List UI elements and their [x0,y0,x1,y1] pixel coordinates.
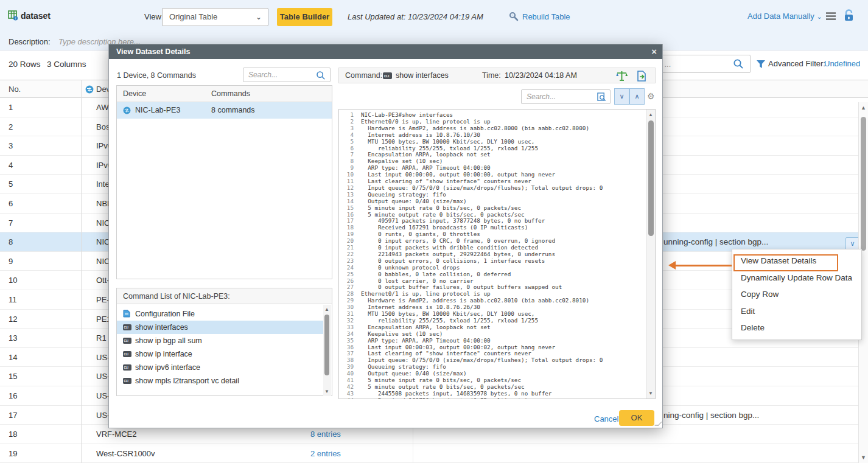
scrollbar-thumb[interactable] [324,315,329,375]
row-number: 2 [9,122,13,131]
annotation-highlight-box [733,254,838,271]
cli-icon: CLI [123,324,131,330]
rebuild-table-link[interactable]: Rebuild Table [522,12,570,21]
time-label: Time: [482,71,501,80]
find-next-button[interactable]: ∨ [614,88,629,105]
row-number: 12 [9,315,17,324]
compare-scales-icon[interactable] [616,71,628,82]
output-search-input[interactable]: Search... [521,89,611,104]
device-name: VRF-MCE2 [96,430,136,439]
terminal-line: 6 reliability 255/255, txload 1/255, rxl… [339,145,655,151]
terminal-line: 41 5 minute input rate 0 bits/sec, 0 pac… [339,377,655,383]
terminal-line: 43 2445508 packets input, 146835978 byte… [339,390,655,397]
time-value: 10/23/2024 04:18 AM [505,71,577,80]
context-menu-item-copy-row[interactable]: Copy Row [732,286,861,302]
command-label: show ip bgp all sum [135,336,202,345]
column-divider [81,80,82,463]
terminal-line: 40 Output queue: 0/40 (size/max) [339,370,655,377]
ok-button[interactable]: OK [619,410,654,426]
command-list-scrollbar[interactable]: ▲ ▼ [323,305,331,396]
scrollbar-up-arrow[interactable]: ▲ [324,307,329,312]
find-previous-button[interactable]: ∧ [629,88,645,105]
scrollbar-up-arrow[interactable]: ▲ [648,112,653,117]
terminal-line: 35 ARP type: ARPA, ARP Timeout 04:00:00 [339,337,655,344]
command-list-item[interactable]: CLIshow ip bgp all sum [117,334,324,347]
modal-device-table: Device Commands NIC-Lab-PE3 8 commands [116,85,332,279]
command-list-title: Command List of NIC-Lab-PE3: [117,288,332,304]
config-file-icon [123,310,130,318]
find-in-page-icon [597,92,606,102]
table-builder-button[interactable]: Table Builder [277,8,332,26]
row-number: 9 [9,257,13,266]
page-title: dataset [21,11,51,21]
row-number: 11 [9,295,17,304]
command-list-item[interactable]: Configuration File [117,307,324,321]
cli-icon: CLI [123,364,131,371]
terminal-line: 13 Queueing strategy: fifo [339,191,655,198]
scrollbar-up-arrow[interactable]: ▲ [861,105,866,111]
terminal-line: 22 2214943 packets output, 292922464 byt… [339,251,655,257]
terminal-line: 18 Received 167291 broadcasts (0 IP mult… [339,224,655,231]
terminal-line: 14 Output queue: 0/40 (size/max) [339,198,655,204]
terminal-line: 36 Last input 00:00:03, output 00:00:02,… [339,344,655,350]
svg-text:i: i [15,16,16,20]
row-number: 19 [9,449,17,458]
scrollbar-down-arrow[interactable]: ▼ [648,391,653,396]
command-list-item[interactable]: CLIshow interfaces [117,321,324,334]
close-icon[interactable]: × [651,46,657,57]
terminal-line: 44 Received 169758 broadcasts (0 IP mult… [339,397,655,399]
scrollbar-thumb[interactable] [861,117,866,251]
command-list-item[interactable]: CLIshow ipv6 interface [117,361,324,374]
row-actions-dropdown-button[interactable]: ∨ [845,237,859,250]
terminal-line: 27 0 output buffer failures, 0 output bu… [339,284,655,290]
entries-link[interactable]: 2 entries [310,449,341,458]
description-label: Description: [9,37,51,46]
resize-handle[interactable] [654,422,662,425]
context-menu-item-edit[interactable]: Edit [732,303,861,319]
terminal-line: 32 reliability 255/255, txload 1/255, rx… [339,317,655,324]
hamburger-menu-icon[interactable] [825,12,836,21]
command-label: Configuration File [135,310,195,318]
annotation-arrow [674,265,732,266]
export-file-icon[interactable] [637,71,646,82]
terminal-scrollbar[interactable]: ▲ ▼ [646,110,655,399]
cancel-button[interactable]: Cancel [594,414,618,423]
device-icon [85,85,94,94]
cli-icon: CLI [123,351,131,357]
view-select[interactable]: Original Table ⌄ [162,8,268,26]
device-command-summary: 1 Device, 8 Commands [117,71,196,80]
scrollbar-thumb[interactable] [648,120,654,236]
device-row-nic-lab-pe3[interactable]: NIC-Lab-PE3 8 commands [117,102,332,119]
terminal-line: 30 Internet address is 10.8.76.26/30 [339,304,655,310]
command-output-terminal[interactable]: 1NIC-Lab-PE3#show interfaces2Ethernet0/0… [338,109,656,399]
terminal-line: 7 Encapsulation ARPA, loopback not set [339,151,655,158]
search-text-fragment: ... [665,60,671,69]
entries-link[interactable]: 8 entries [310,430,341,439]
scrollbar-down-arrow[interactable]: ▼ [861,454,866,461]
row-number: 5 [9,179,13,189]
modal-title-bar: View Dataset Details × [109,44,662,59]
command-label: show ip interface [135,350,192,358]
command-label: show interfaces [135,323,188,332]
context-menu-item-dynamically-update-row-data[interactable]: Dynamically Update Row Data [732,270,861,286]
unlock-icon[interactable] [843,9,855,22]
advanced-filter-value[interactable]: Undefined [824,59,860,68]
row-number: 6 [9,199,13,208]
device-search-input[interactable]: Search... [243,68,331,82]
add-data-manually-link[interactable]: Add Data Manually ⌄ [747,12,822,21]
terminal-line: 33 Encapsulation ARPA, loopback not set [339,324,655,330]
scrollbar-down-arrow[interactable]: ▼ [324,389,329,394]
advanced-filter-label: Advanced Filter: [768,59,825,68]
table-row[interactable]: 19West-CSR1000v2 entries [0,444,868,463]
cli-icon: CLI [383,72,392,79]
terminal-line: 15 5 minute input rate 0 bits/sec, 0 pac… [339,204,655,211]
router-icon [123,106,131,114]
terminal-line: 20 0 input errors, 0 CRC, 0 frame, 0 ove… [339,237,655,244]
context-menu-item-delete[interactable]: Delete [732,319,861,336]
terminal-line: 8 Keepalive set (10 sec) [339,158,655,164]
row-number: 10 [9,276,17,285]
command-list-panel: Command List of NIC-Lab-PE3: Configurati… [116,288,332,396]
gear-icon[interactable]: ⚙ [647,91,655,101]
command-list-item[interactable]: CLIshow ip interface [117,347,324,361]
command-list-item[interactable]: CLIshow mpls l2transport vc detail [117,374,324,388]
